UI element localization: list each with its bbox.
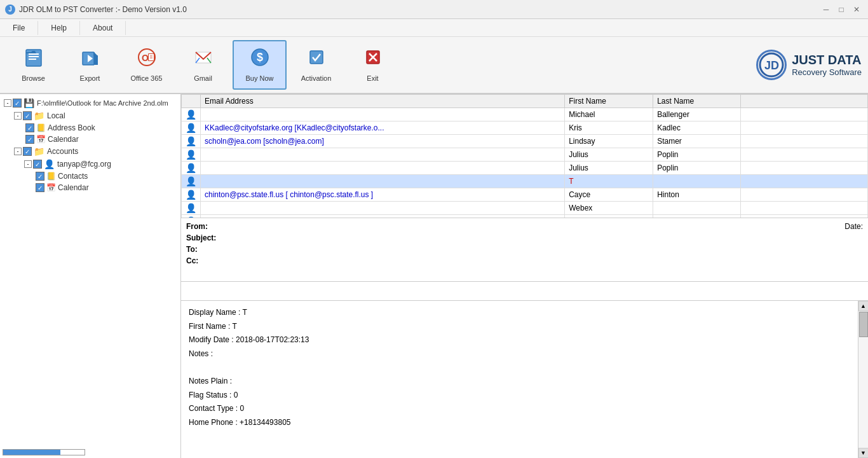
buynow-icon: $ [250, 47, 270, 72]
gmail-button[interactable]: Gmail [176, 40, 230, 90]
tree-checkbox-root[interactable]: ✓ [13, 99, 22, 108]
tree-checkbox-contacts[interactable]: ✓ [36, 172, 44, 181]
buynow-button[interactable]: $ Buy Now [233, 40, 287, 90]
table-row[interactable]: 👤 Julius Poplin [182, 148, 868, 162]
tree-item-tanyap[interactable]: - ✓ 👤 tanyap@fcg.org [3, 158, 178, 170]
minimize-button[interactable]: ─ [820, 3, 832, 16]
svg-marker-6 [94, 52, 98, 65]
office365-icon: O [137, 47, 157, 72]
table-row[interactable]: 👤 chinton@psc.state.fl.us [ chinton@psc.… [182, 188, 868, 202]
row-lastname: Poplin [653, 162, 741, 175]
browse-button[interactable]: Browse [6, 40, 60, 90]
table-row[interactable]: 👤 walker.shenita@epa.gov [walker.shenita… [182, 215, 868, 219]
subject-row: Subject: [186, 232, 863, 244]
table-row[interactable]: 👤 scholn@jea.com [scholn@jea.com] Lindsa… [182, 135, 868, 148]
tree-checkbox-calendar1[interactable]: ✓ [25, 135, 34, 144]
display-name-label: Display Name : [189, 308, 240, 317]
tree-icon-drive: 💾 [24, 98, 34, 108]
progress-fill [3, 450, 60, 455]
row-email: walker.shenita@epa.gov [walker.shenita@e… [201, 215, 565, 219]
office365-button[interactable]: O Office 365 [119, 40, 173, 90]
contact-table-area: Email Address First Name Last Name 👤 Mic… [181, 94, 868, 218]
left-panel: - ✓ 💾 F:\olmfile\Outlook for Mac Archive… [0, 94, 181, 458]
row-email: chinton@psc.state.fl.us [ chinton@psc.st… [201, 188, 565, 202]
tree-label-contacts: Contacts [58, 172, 88, 181]
table-row-selected[interactable]: 👤 T [182, 175, 868, 188]
home-phone-line: Home Phone : +18134493805 [189, 416, 860, 430]
row-lastname: Hinton [653, 188, 741, 202]
window-controls[interactable]: ─ □ ✕ [820, 3, 863, 16]
row-lastname: Ballenger [653, 108, 741, 121]
svg-text:O: O [142, 53, 149, 63]
table-row[interactable]: 👤 Webex [182, 202, 868, 215]
tree-checkbox-calendar2[interactable]: ✓ [36, 183, 44, 192]
tree-expand-accounts[interactable]: - [14, 148, 22, 155]
row-firstname: T [565, 175, 653, 188]
scrollbar-right[interactable]: ▲ ▼ [858, 301, 868, 458]
col-header-lastname[interactable]: Last Name [653, 95, 741, 108]
menu-bar: File Help About [0, 19, 868, 37]
logo-circle: JD [756, 50, 787, 80]
tree-checkbox-accounts[interactable]: ✓ [23, 147, 32, 156]
home-phone-label: Home Phone : [189, 418, 238, 427]
logo-recovery: Recovery Software [792, 67, 862, 77]
row-firstname: Julius [565, 162, 653, 175]
contact-type-line: Contact Type : 0 [189, 402, 860, 416]
tree-item-root[interactable]: - ✓ 💾 F:\olmfile\Outlook for Mac Archive… [3, 97, 178, 109]
export-label: Export [80, 74, 100, 83]
table-row[interactable]: 👤 Julius Poplin [182, 162, 868, 175]
row-firstname: Julius [565, 148, 653, 162]
col-header-icon [182, 95, 201, 108]
col-header-firstname[interactable]: First Name [565, 95, 653, 108]
activation-label: Activation [301, 74, 332, 83]
tree-expand-local[interactable]: - [14, 112, 22, 120]
tree-expand-tanyap[interactable]: - [24, 160, 32, 168]
tree-item-calendar2[interactable]: ✓ 📅 Calendar [3, 182, 178, 193]
menu-help[interactable]: Help [38, 21, 80, 35]
logo-area: JD JUST DATA Recovery Software [756, 50, 862, 80]
main-content: - ✓ 💾 F:\olmfile\Outlook for Mac Archive… [0, 94, 868, 458]
tree-expand-root[interactable]: - [4, 99, 11, 107]
row-icon: 👤 [182, 175, 201, 188]
row-firstname: Shenita [565, 215, 653, 219]
close-button[interactable]: ✕ [850, 3, 863, 16]
first-name-label: First Name : [189, 322, 230, 331]
menu-file[interactable]: File [0, 21, 38, 35]
scroll-down-button[interactable]: ▼ [858, 448, 869, 458]
scroll-track-area [858, 311, 869, 448]
tree-item-calendar1[interactable]: ✓ 📅 Calendar [3, 134, 178, 145]
scroll-up-button[interactable]: ▲ [858, 301, 869, 311]
col-header-email[interactable]: Email Address [201, 95, 565, 108]
logo-just-data: JUST DATA [792, 53, 862, 67]
exit-button[interactable]: Exit [346, 40, 400, 90]
row-email: scholn@jea.com [scholn@jea.com] [201, 135, 565, 148]
activation-button[interactable]: Activation [289, 40, 343, 90]
tree-checkbox-local[interactable]: ✓ [23, 111, 32, 120]
maximize-button[interactable]: □ [835, 3, 848, 16]
tree-item-addressbook[interactable]: ✓ 📒 Address Book [3, 122, 178, 134]
email-body-area [181, 282, 868, 301]
export-icon [80, 47, 100, 72]
tree-checkbox-tanyap[interactable]: ✓ [33, 160, 42, 169]
row-firstname: Webex [565, 202, 653, 215]
row-email [201, 202, 565, 215]
row-lastname: Poplin [653, 148, 741, 162]
progress-track [3, 449, 85, 455]
modify-date-label: Modify Date : [189, 335, 234, 344]
menu-about[interactable]: About [80, 21, 126, 35]
export-button[interactable]: Export [63, 40, 117, 90]
tree-item-accounts[interactable]: - ✓ 📁 Accounts [3, 145, 178, 158]
table-row[interactable]: 👤 KKadlec@cityofstarke.org [KKadlec@city… [182, 121, 868, 135]
tree-label-accounts: Accounts [47, 147, 78, 156]
cc-label: Cc: [186, 256, 224, 265]
svg-rect-3 [29, 59, 36, 60]
tree-item-contacts[interactable]: ✓ 📒 Contacts [3, 170, 178, 182]
row-lastname [653, 175, 741, 188]
row-lastname: Stamer [653, 135, 741, 148]
tree-item-local[interactable]: - ✓ 📁 Local [3, 109, 178, 122]
gmail-icon [193, 47, 214, 72]
table-row[interactable]: 👤 Michael Ballenger [182, 108, 868, 121]
scroll-thumb[interactable] [859, 312, 868, 337]
tree-checkbox-addressbook[interactable]: ✓ [25, 123, 34, 132]
title-bar-left: J JDR OLM to PST Converter :- Demo Versi… [5, 4, 187, 15]
